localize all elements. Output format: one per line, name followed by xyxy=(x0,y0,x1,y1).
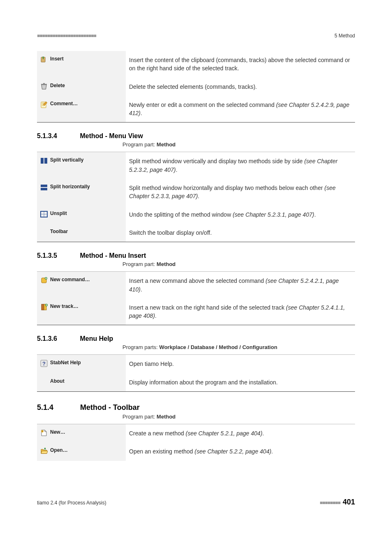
menu-item-description: Delete the selected elements (commands, … xyxy=(126,78,355,96)
section-subtitle: Program part: Method xyxy=(122,141,355,148)
menu-item-label: Split horizontally xyxy=(50,184,90,190)
menu-item-description: Insert a new command above the selected … xyxy=(126,272,355,298)
table-row: New track… Insert a new track on the rig… xyxy=(37,298,355,325)
page-header: ■■■■■■■■■■■■■■■■■■■■■■■ 5 Method xyxy=(37,33,355,39)
table-row: New… Create a new method (see Chapter 5.… xyxy=(37,424,355,442)
section-subtitle: Program part: Method xyxy=(122,414,355,420)
section-number: 5.1.3.4 xyxy=(37,132,78,140)
header-chapter: 5 Method xyxy=(334,33,355,39)
menu-item-label: Comment… xyxy=(50,101,78,106)
menu-item-label: StabNet Help xyxy=(50,360,81,365)
table-row: About Display information about the prog… xyxy=(37,373,355,391)
table-row: Insert Insert the content of the clipboa… xyxy=(37,51,355,78)
section-number: 5.1.4 xyxy=(37,403,78,412)
open-folder-icon xyxy=(40,447,48,455)
toolbar-table: New… Create a new method (see Chapter 5.… xyxy=(37,424,355,461)
menu-item-label: Open… xyxy=(50,447,68,453)
menu-item-description: Split method window vertically and displ… xyxy=(126,152,355,179)
menu-view-table: Split vertically Split method window ver… xyxy=(37,152,355,242)
split-vertically-icon xyxy=(40,157,48,164)
section-subtitle: Program part: Method xyxy=(122,261,355,267)
menu-item-description: Display information about the program an… xyxy=(126,373,355,391)
blank-icon xyxy=(40,229,48,236)
menu-item-label: Delete xyxy=(50,83,65,88)
split-horizontally-icon xyxy=(40,184,48,191)
menu-item-label: About xyxy=(50,378,65,384)
footer-marks: ■■■■■■■■ xyxy=(320,500,340,506)
section-heading-5135: 5.1.3.5 Method - Menu Insert xyxy=(37,252,355,259)
table-row: New command… Insert a new command above … xyxy=(37,272,355,298)
section-title: Method - Toolbar xyxy=(80,403,140,412)
menu-item-description: Undo the splitting of the method window … xyxy=(126,206,355,224)
section-title: Method - Menu View xyxy=(80,132,143,139)
table-row: Split horizontally Split method window h… xyxy=(37,179,355,206)
menu-item-description: Create a new method (see Chapter 5.2.1, … xyxy=(126,424,355,442)
insert-icon xyxy=(40,56,48,63)
comment-icon xyxy=(40,101,48,108)
delete-icon xyxy=(40,83,48,90)
menu-edit-table: Insert Insert the content of the clipboa… xyxy=(37,51,355,123)
section-title: Menu Help xyxy=(80,335,113,342)
menu-item-description: Insert a new track on the right hand sid… xyxy=(126,298,355,325)
menu-item-description: Open tiamo Help. xyxy=(126,355,355,373)
menu-item-label: Toolbar xyxy=(50,229,68,234)
footer-left: tiamo 2.4 (for Process Analysis) xyxy=(37,500,106,506)
table-row: Open… Open an existing method (see Chapt… xyxy=(37,442,355,460)
menu-item-label: New… xyxy=(50,429,65,435)
new-command-icon xyxy=(40,277,48,284)
menu-insert-table: New command… Insert a new command above … xyxy=(37,271,355,325)
section-heading-514: 5.1.4 Method - Toolbar xyxy=(37,403,355,412)
table-row: Delete Delete the selected elements (com… xyxy=(37,78,355,96)
table-row: Split vertically Split method window ver… xyxy=(37,152,355,179)
table-row: StabNet Help Open tiamo Help. xyxy=(37,355,355,373)
menu-item-label: Unsplit xyxy=(50,210,67,216)
table-row: Toolbar Switch the toolbar display on/of… xyxy=(37,224,355,242)
section-title: Method - Menu Insert xyxy=(80,252,146,259)
menu-help-table: StabNet Help Open tiamo Help. About Disp… xyxy=(37,354,355,392)
new-file-icon xyxy=(40,429,48,437)
section-heading-5134: 5.1.3.4 Method - Menu View xyxy=(37,132,355,140)
menu-item-label: Insert xyxy=(50,56,64,62)
header-marks: ■■■■■■■■■■■■■■■■■■■■■■■ xyxy=(37,33,96,39)
help-icon xyxy=(40,360,48,367)
footer-page-number: 401 xyxy=(343,498,355,506)
page-footer: tiamo 2.4 (for Process Analysis) ■■■■■■■… xyxy=(37,498,355,506)
section-number: 5.1.3.6 xyxy=(37,335,78,342)
menu-item-description: Newly enter or edit a comment on the sel… xyxy=(126,96,355,123)
section-heading-5136: 5.1.3.6 Menu Help xyxy=(37,335,355,342)
table-row: Comment… Newly enter or edit a comment o… xyxy=(37,96,355,123)
menu-item-description: Insert the content of the clipboard (com… xyxy=(126,51,355,78)
new-track-icon xyxy=(40,303,48,311)
section-number: 5.1.3.5 xyxy=(37,252,78,259)
table-row: Unsplit Undo the splitting of the method… xyxy=(37,206,355,224)
menu-item-label: New command… xyxy=(50,277,90,282)
unsplit-icon xyxy=(40,210,48,218)
blank-icon xyxy=(40,378,48,386)
menu-item-description: Switch the toolbar display on/off. xyxy=(126,224,355,242)
menu-item-description: Split method window horizontally and dis… xyxy=(126,179,355,206)
menu-item-label: New track… xyxy=(50,303,78,309)
menu-item-label: Split vertically xyxy=(50,157,83,163)
section-subtitle: Program parts: Workplace / Database / Me… xyxy=(122,344,355,350)
menu-item-description: Open an existing method (see Chapter 5.2… xyxy=(126,442,355,460)
